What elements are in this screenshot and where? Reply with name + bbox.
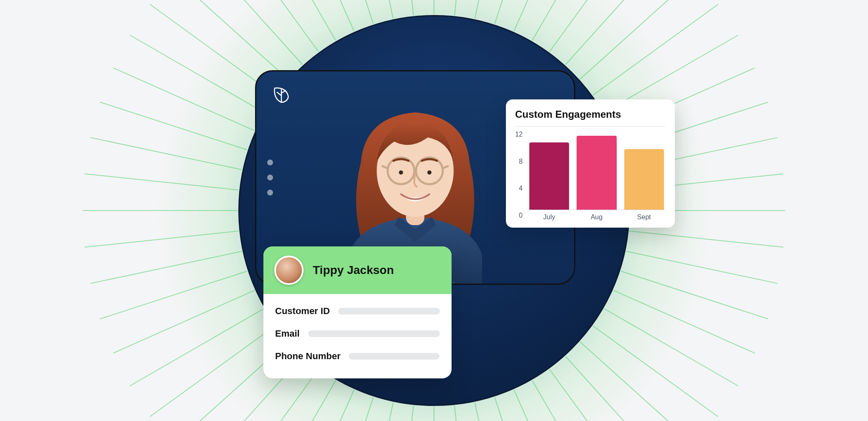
x-tick: Sept	[624, 213, 664, 221]
dot-icon	[267, 160, 273, 165]
contact-field-label: Phone Number	[275, 351, 340, 362]
chart-bar	[529, 142, 569, 210]
contact-field-row: Customer ID	[275, 300, 440, 322]
hero-graphic: Custom Engagements 12840 JulyAugSept Tip…	[0, 0, 868, 421]
placeholder-pill	[308, 330, 440, 337]
svg-point-64	[399, 170, 403, 175]
x-tick: Aug	[577, 213, 616, 221]
contact-card-header: Tippy Jackson	[263, 246, 452, 294]
y-tick: 8	[519, 158, 523, 165]
divider	[515, 126, 666, 127]
svg-point-65	[427, 170, 431, 175]
chart-y-axis: 12840	[515, 129, 523, 221]
placeholder-pill	[349, 353, 439, 360]
contact-field-row: Email	[275, 322, 440, 345]
leaf-icon	[271, 84, 291, 104]
chart-bar	[624, 149, 664, 210]
contact-field-label: Customer ID	[275, 306, 330, 317]
dot-icon	[267, 190, 273, 195]
engagements-chart-card: Custom Engagements 12840 JulyAugSept	[506, 99, 675, 228]
y-tick: 12	[515, 131, 523, 138]
contact-card: Tippy Jackson Customer IDEmailPhone Numb…	[263, 246, 452, 378]
avatar	[274, 256, 304, 285]
chart-title: Custom Engagements	[515, 109, 666, 120]
chart-bar	[577, 136, 616, 210]
dot-icon	[267, 175, 273, 180]
y-tick: 0	[519, 212, 523, 219]
contact-field-row: Phone Number	[275, 345, 440, 368]
device-side-dots	[267, 160, 273, 195]
chart-bars	[528, 129, 666, 210]
y-tick: 4	[519, 185, 523, 192]
chart-x-axis: JulyAugSept	[528, 210, 666, 221]
x-tick: July	[529, 213, 569, 221]
contact-fields: Customer IDEmailPhone Number	[263, 294, 452, 378]
contact-field-label: Email	[275, 328, 300, 339]
contact-name: Tippy Jackson	[313, 264, 394, 277]
placeholder-pill	[338, 308, 440, 314]
